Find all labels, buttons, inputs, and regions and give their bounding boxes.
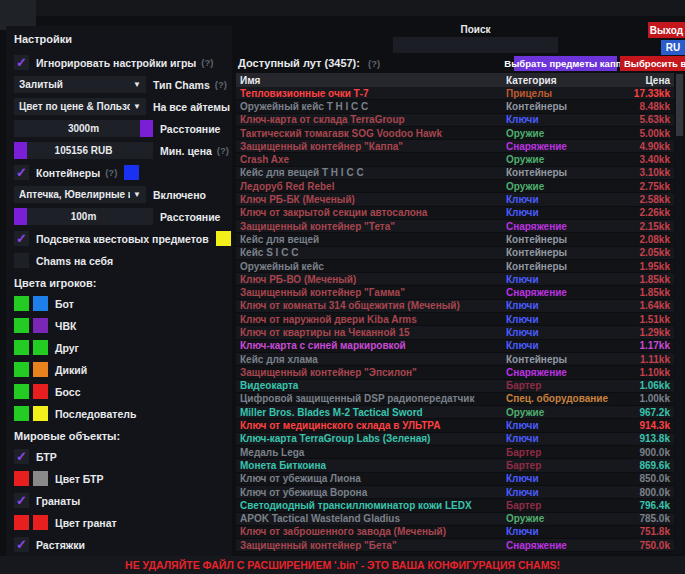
loot-table-row[interactable]: Защищенный контейнер "Каппа"Снаряжение4.… bbox=[236, 140, 674, 153]
visible-color-swatch[interactable] bbox=[14, 515, 29, 530]
quest-highlight-row[interactable]: ✓ Подсветка квестовых предметов bbox=[14, 230, 224, 247]
containers-row[interactable]: ✓ Контейнеры (?) bbox=[14, 164, 224, 181]
loot-table-row[interactable]: Ключ от медицинского склада в УЛЬТРАКлюч… bbox=[236, 419, 674, 432]
player-color-swatch[interactable] bbox=[33, 340, 48, 355]
loot-item-price: 2.05kk bbox=[616, 247, 674, 258]
loot-table-row[interactable]: Светодиодный трансиллюминатор кожи LEDXБ… bbox=[236, 499, 674, 512]
visible-color-swatch[interactable] bbox=[14, 384, 29, 399]
player-color-row[interactable]: ЧВК bbox=[14, 317, 224, 334]
loot-table-row[interactable]: Ключ от заброшенного завода (Меченый)Клю… bbox=[236, 526, 674, 539]
visible-color-swatch[interactable] bbox=[14, 340, 29, 355]
loot-table-row[interactable]: Цифровой защищенный DSP радиопередатчикС… bbox=[236, 393, 674, 406]
world-object-row[interactable]: Цвет гранат bbox=[14, 514, 224, 531]
slider-handle[interactable] bbox=[14, 142, 27, 159]
select-kappa-items-button[interactable]: Выбрать предметы каппа bbox=[514, 56, 617, 71]
min-price-slider[interactable]: 105156 RUB bbox=[14, 142, 153, 159]
containers-filter-dropdown[interactable]: Аптечка, Ювелирные и... ▼ bbox=[14, 186, 146, 203]
loot-table-row[interactable]: Тепловизионные очки Т-7Прицелы17.33kk bbox=[236, 87, 674, 100]
chams-self-row[interactable]: Chams на себя bbox=[14, 252, 224, 269]
slider-handle[interactable] bbox=[140, 120, 153, 137]
quest-color-swatch[interactable] bbox=[216, 231, 231, 246]
player-color-swatch[interactable] bbox=[33, 362, 48, 377]
loot-table-row[interactable]: ВидеокартаБартер1.06kk bbox=[236, 380, 674, 393]
player-color-label: Бот bbox=[55, 298, 74, 310]
loot-table-row[interactable]: Ключ от комнаты 314 общежития (Меченый)К… bbox=[236, 300, 674, 313]
loot-table-row[interactable]: Ключ-карта с синей маркировкойКлючи1.17k… bbox=[236, 340, 674, 353]
checkbox-checked-icon[interactable]: ✓ bbox=[14, 55, 29, 70]
player-color-swatch[interactable] bbox=[33, 406, 48, 421]
loot-table-row[interactable]: Защищенный контейнер "Эпсилон"Снаряжение… bbox=[236, 366, 674, 379]
column-header-name[interactable]: Имя bbox=[236, 75, 506, 86]
checkbox-checked-icon[interactable]: ✓ bbox=[14, 449, 29, 464]
loot-table-row[interactable]: Ключ от квартиры на Чеканной 15Ключи1.29… bbox=[236, 326, 674, 339]
loot-table-row[interactable]: Защищенный контейнер "Гамма"Снаряжение1.… bbox=[236, 286, 674, 299]
loot-table-row[interactable]: Медаль LegaБартер900.0k bbox=[236, 446, 674, 459]
loot-table-row[interactable]: Miller Bros. Blades M-2 Tactical SwordОр… bbox=[236, 406, 674, 419]
visible-color-swatch[interactable] bbox=[14, 318, 29, 333]
language-button[interactable]: RU bbox=[661, 40, 685, 55]
loot-table-row[interactable]: Защищенный контейнер "Бета"Снаряжение750… bbox=[236, 539, 674, 552]
loot-table: Имя Категория Цена Тепловизионные очки Т… bbox=[236, 73, 674, 554]
player-color-swatch[interactable] bbox=[33, 384, 48, 399]
loot-table-row[interactable]: Ключ РБ-БК (Меченый)Ключи2.58kk bbox=[236, 193, 674, 206]
player-color-row[interactable]: Друг bbox=[14, 339, 224, 356]
loot-table-row[interactable]: Монета БиткоинаБартер869.6k bbox=[236, 459, 674, 472]
object-color-swatch[interactable] bbox=[33, 515, 48, 530]
loot-table-row[interactable]: Ключ-карта TerraGroup Labs (Зеленая)Ключ… bbox=[236, 433, 674, 446]
world-object-row[interactable]: ✓Растяжки bbox=[14, 536, 224, 553]
loot-table-row[interactable]: Кейс для хламаКонтейнеры1.11kk bbox=[236, 353, 674, 366]
ignore-game-settings-row[interactable]: ✓ Игнорировать настройки игры (?) bbox=[14, 54, 224, 71]
loot-table-row[interactable]: Кейс для вещейКонтейнеры2.08kk bbox=[236, 233, 674, 246]
loot-table-row[interactable]: Тактический томагавк SOG Voodoo HawkОруж… bbox=[236, 127, 674, 140]
loot-table-row[interactable]: Оружейный кейс T H I C CКонтейнеры8.48kk bbox=[236, 100, 674, 113]
loot-table-row[interactable]: Ключ-карта от склада TerraGroupКлючи5.63… bbox=[236, 114, 674, 127]
player-color-row[interactable]: Дикий bbox=[14, 361, 224, 378]
visible-color-swatch[interactable] bbox=[14, 296, 29, 311]
scrollbar-thumb[interactable] bbox=[676, 74, 683, 136]
column-header-category[interactable]: Категория bbox=[506, 75, 616, 86]
table-scrollbar[interactable] bbox=[675, 73, 684, 554]
exit-button[interactable]: Выход bbox=[648, 22, 685, 38]
loot-table-row[interactable]: Защищенный контейнер "Тета"Снаряжение2.1… bbox=[236, 220, 674, 233]
player-color-swatch[interactable] bbox=[33, 296, 48, 311]
world-object-row[interactable]: ✓Гранаты bbox=[14, 492, 224, 509]
checkbox-checked-icon[interactable]: ✓ bbox=[14, 165, 29, 180]
distance-slider[interactable]: 3000m bbox=[14, 120, 153, 137]
checkbox-checked-icon[interactable]: ✓ bbox=[14, 493, 29, 508]
loot-table-row[interactable]: Ключ от убежища ВоронаКлючи800.0k bbox=[236, 486, 674, 499]
loot-table-row[interactable]: Зажигалка Zippo (Золотая)Бартер750.0k bbox=[236, 552, 674, 553]
loot-table-row[interactable]: Crash AxeОружие3.40kk bbox=[236, 153, 674, 166]
player-color-swatch[interactable] bbox=[33, 318, 48, 333]
visible-color-swatch[interactable] bbox=[14, 362, 29, 377]
loot-table-row[interactable]: Кейс для вещей T H I C CКонтейнеры3.10kk bbox=[236, 167, 674, 180]
loot-table-row[interactable]: Кейс S I C CКонтейнеры2.05kk bbox=[236, 247, 674, 260]
checkbox-unchecked-icon[interactable] bbox=[14, 253, 29, 268]
chams-type-dropdown[interactable]: Залитый ▼ bbox=[14, 76, 146, 93]
checkbox-checked-icon[interactable]: ✓ bbox=[14, 537, 29, 552]
player-color-row[interactable]: Бот bbox=[14, 295, 224, 312]
loot-table-row[interactable]: Ключ от убежища ЛионаКлючи850.0k bbox=[236, 473, 674, 486]
containers-color-swatch[interactable] bbox=[124, 165, 139, 180]
checkbox-checked-icon[interactable]: ✓ bbox=[14, 231, 29, 246]
player-color-row[interactable]: Последователь bbox=[14, 405, 224, 422]
containers-distance-slider[interactable]: 100m bbox=[14, 208, 153, 225]
discard-all-button[interactable]: Выбросить все bbox=[620, 56, 685, 71]
search-input[interactable] bbox=[393, 37, 558, 53]
all-items-dropdown[interactable]: Цвет по цене & Пользователь ▼ bbox=[14, 98, 146, 115]
column-header-price[interactable]: Цена bbox=[616, 75, 674, 86]
loot-item-category: Ключи bbox=[506, 274, 616, 285]
loot-table-row[interactable]: Ключ РБ-ВО (Меченый)Ключи1.85kk bbox=[236, 273, 674, 286]
loot-table-row[interactable]: Ледоруб Red RebelОружие2.75kk bbox=[236, 180, 674, 193]
loot-table-row[interactable]: Оружейный кейсКонтейнеры1.95kk bbox=[236, 260, 674, 273]
chams-type-label: Тип Chams bbox=[153, 79, 210, 91]
loot-table-row[interactable]: Ключ от наружной двери Kiba ArmsКлючи1.5… bbox=[236, 313, 674, 326]
world-object-row[interactable]: Цвет БТР bbox=[14, 470, 224, 487]
world-object-row[interactable]: ✓БТР bbox=[14, 448, 224, 465]
loot-table-row[interactable]: APOK Tactical Wasteland GladiusОружие785… bbox=[236, 513, 674, 526]
object-color-swatch[interactable] bbox=[33, 471, 48, 486]
loot-table-row[interactable]: Ключ от закрытой секции автосалонаКлючи2… bbox=[236, 207, 674, 220]
visible-color-swatch[interactable] bbox=[14, 406, 29, 421]
slider-handle[interactable] bbox=[14, 208, 27, 225]
player-color-row[interactable]: Босс bbox=[14, 383, 224, 400]
visible-color-swatch[interactable] bbox=[14, 471, 29, 486]
